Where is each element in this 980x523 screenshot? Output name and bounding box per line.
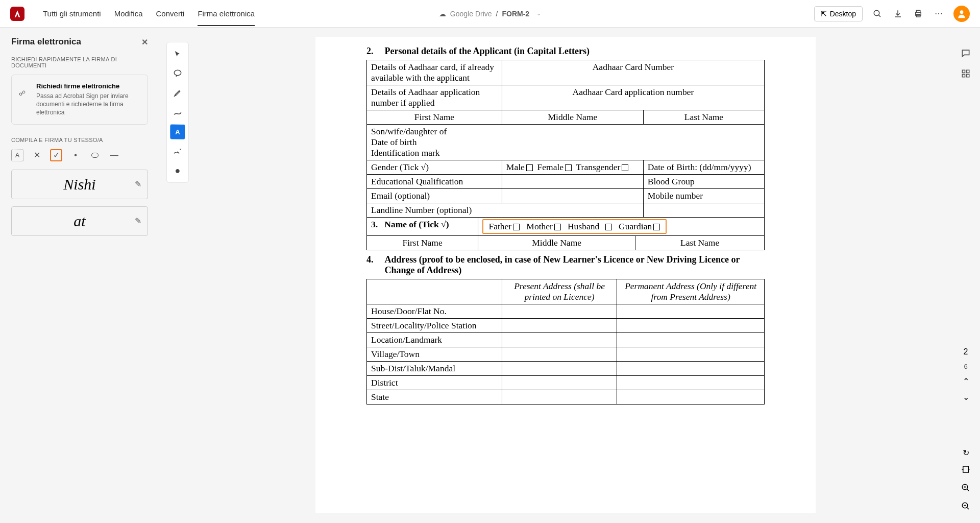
cell: Village/Town xyxy=(367,347,502,362)
cell: Male Female Transgender xyxy=(502,160,643,175)
cell xyxy=(617,304,765,319)
print-icon[interactable] xyxy=(913,8,924,19)
svg-rect-7 xyxy=(962,70,965,73)
fit-width-icon[interactable] xyxy=(961,465,970,476)
edit-icon[interactable]: ✎ xyxy=(135,179,141,189)
nav-sign[interactable]: Firma elettronica xyxy=(198,1,255,26)
section-4-num: 4. xyxy=(366,254,374,276)
chat-icon[interactable] xyxy=(960,47,972,59)
cell: Son/wife/daughter ofDate of birthIdentif… xyxy=(367,125,765,160)
cell: 3. Name of (Tick √) xyxy=(367,218,478,236)
cloud-icon: ☁ xyxy=(439,10,446,18)
zoom-out-icon[interactable] xyxy=(961,502,970,513)
signature-1[interactable]: Nishi ✎ xyxy=(11,170,148,199)
page-up-icon[interactable]: ⌃ xyxy=(963,376,969,386)
chevron-down-icon[interactable]: ⌄ xyxy=(536,10,541,17)
sidebar: Firma elettronica ✕ RICHIEDI RAPIDAMENTE… xyxy=(11,37,148,243)
cell xyxy=(502,319,617,333)
cell: Permanent Address (Only if different fro… xyxy=(617,279,765,304)
cell: Blood Group xyxy=(643,175,764,189)
cloud-source: Google Drive xyxy=(450,10,492,18)
textbox-tool[interactable]: A xyxy=(11,149,23,161)
right-rail-bottom: ↻ xyxy=(951,448,980,513)
cell xyxy=(617,362,765,376)
request-signatures-card[interactable]: ☍ Richiedi firme elettroniche Passa ad A… xyxy=(11,75,148,125)
signature-2[interactable]: at ✎ xyxy=(11,206,148,236)
cell: Aadhaar Card application number xyxy=(502,85,764,110)
sidebar-subheading-2: COMPILA E FIRMA TU STESSO/A xyxy=(11,137,148,143)
cell xyxy=(502,347,617,362)
page-current[interactable]: 2 xyxy=(964,347,968,356)
nav-tools[interactable]: Tutti gli strumenti xyxy=(43,1,101,26)
doc-name: FORM-2 xyxy=(502,10,529,18)
right-rail-pager: 2 6 ⌃ ⌄ xyxy=(951,347,980,402)
user-avatar[interactable] xyxy=(953,6,970,22)
sidebar-subheading-1: RICHIEDI RAPIDAMENTE LA FIRMA DI DOCUMEN… xyxy=(11,56,148,68)
nav-edit[interactable]: Modifica xyxy=(114,1,143,26)
search-icon[interactable] xyxy=(872,8,883,19)
card-title: Richiedi firme elettroniche xyxy=(36,82,140,90)
section-2-num: 2. xyxy=(366,46,374,57)
cell: Location/Landmark xyxy=(367,333,502,347)
cell: Last Name xyxy=(635,236,765,250)
cell: Mobile number xyxy=(643,189,764,203)
check-tool[interactable]: ✓ xyxy=(50,149,62,161)
svg-line-17 xyxy=(967,507,969,509)
open-external-icon: ⇱ xyxy=(821,10,827,18)
nav-convert[interactable]: Converti xyxy=(156,1,185,26)
cell: Email (optional) xyxy=(367,189,502,203)
cell: Gender (Tick √) xyxy=(367,160,502,175)
page-total: 6 xyxy=(964,363,967,370)
top-nav: Tutti gli strumenti Modifica Converti Fi… xyxy=(43,1,255,26)
dot-tool[interactable]: • xyxy=(69,149,82,161)
svg-rect-3 xyxy=(916,10,920,12)
download-icon[interactable] xyxy=(892,8,903,19)
cell xyxy=(502,175,643,189)
document-viewport[interactable]: 2.Personal details of the Applicant (in … xyxy=(166,37,944,513)
svg-line-1 xyxy=(878,15,880,17)
svg-rect-9 xyxy=(962,75,965,77)
section-2-title: Personal details of the Applicant (in Ca… xyxy=(385,46,590,57)
cell: Aadhaar Card Number xyxy=(502,60,764,85)
cell: Landline Number (optional) xyxy=(367,203,644,218)
cell: Sub-Dist/Taluk/Mandal xyxy=(367,362,502,376)
close-icon[interactable]: ✕ xyxy=(141,37,148,47)
cell xyxy=(502,333,617,347)
cell xyxy=(502,362,617,376)
cell xyxy=(502,304,617,319)
cell: Last Name xyxy=(643,110,764,125)
svg-rect-10 xyxy=(967,75,969,77)
right-rail xyxy=(951,37,980,80)
more-icon[interactable]: ⋯ xyxy=(933,8,944,19)
rotate-icon[interactable]: ↻ xyxy=(963,448,969,458)
fill-tools-row: A ✕ ✓ • — xyxy=(11,149,148,161)
x-tool[interactable]: ✕ xyxy=(31,149,43,161)
cell xyxy=(617,333,765,347)
name-of-highlight[interactable]: Father Mother Husband Guardian xyxy=(482,219,666,234)
pdf-page: 2.Personal details of the Applicant (in … xyxy=(315,37,816,513)
edit-icon[interactable]: ✎ xyxy=(135,216,141,226)
line-tool[interactable]: — xyxy=(108,149,120,161)
cell: First Name xyxy=(367,110,502,125)
cell xyxy=(502,390,617,405)
cell: Date of Birth: (dd/mm/yyyy) xyxy=(643,160,764,175)
cell: Middle Name xyxy=(478,236,635,250)
cell xyxy=(617,319,765,333)
cell: Present Address (shall be printed on Lic… xyxy=(502,279,617,304)
cell: Father Mother Husband Guardian xyxy=(478,218,765,236)
document-title[interactable]: ☁ Google Drive / FORM-2 ⌄ xyxy=(439,10,541,18)
card-desc: Passa ad Acrobat Sign per inviare docume… xyxy=(36,92,140,117)
signature-text: at xyxy=(74,212,85,230)
cell xyxy=(643,203,764,218)
signature-text: Nishi xyxy=(63,176,95,193)
app-logo xyxy=(10,7,24,21)
circle-tool[interactable] xyxy=(89,149,101,161)
people-icon: ☍ xyxy=(19,89,29,97)
cell: Details of Aadhaar card, if already avai… xyxy=(367,60,502,85)
cell xyxy=(617,390,765,405)
grid-icon[interactable] xyxy=(960,67,972,80)
page-down-icon[interactable]: ⌄ xyxy=(963,392,969,402)
desktop-button[interactable]: ⇱Desktop xyxy=(814,6,863,21)
cell: House/Door/Flat No. xyxy=(367,304,502,319)
zoom-in-icon[interactable] xyxy=(961,483,970,494)
